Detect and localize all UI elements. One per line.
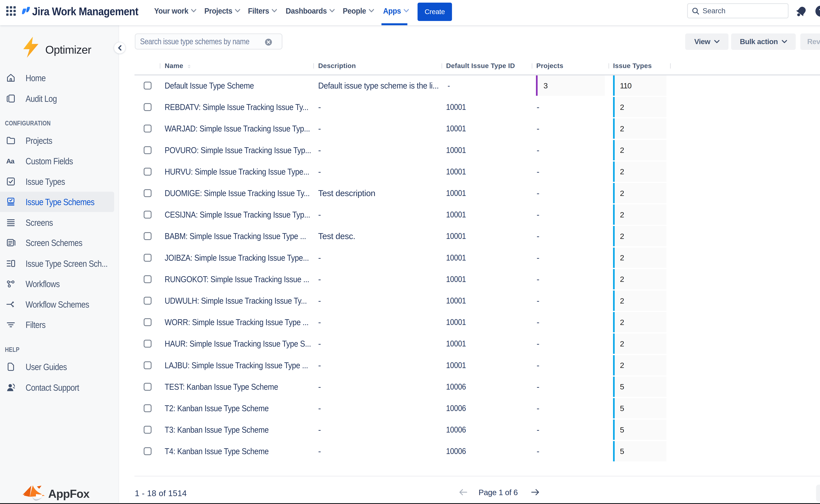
svg-text:Aa: Aa: [6, 157, 15, 165]
svg-text:?: ?: [819, 7, 820, 15]
